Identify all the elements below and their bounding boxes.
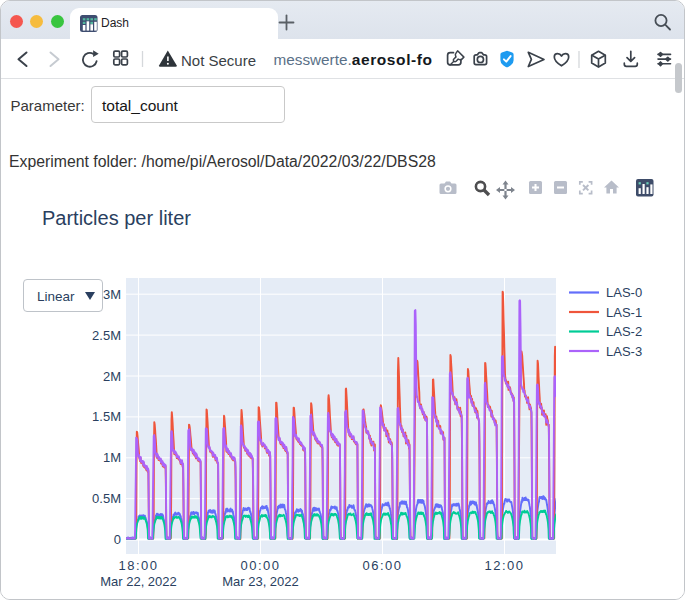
svg-text:LAS-2: LAS-2	[606, 324, 642, 339]
svg-text:18:00: 18:00	[118, 558, 158, 573]
svg-text:1.5M: 1.5M	[92, 409, 121, 424]
svg-text:LAS-3: LAS-3	[606, 344, 642, 359]
svg-text:Mar 22, 2022: Mar 22, 2022	[100, 574, 177, 589]
svg-text:12:00: 12:00	[484, 558, 524, 573]
svg-text:0: 0	[114, 532, 121, 547]
svg-text:LAS-0: LAS-0	[606, 285, 642, 300]
svg-text:3M: 3M	[103, 287, 121, 302]
svg-text:1M: 1M	[103, 450, 121, 465]
svg-text:00:00: 00:00	[240, 558, 280, 573]
svg-text:2M: 2M	[103, 369, 121, 384]
svg-text:06:00: 06:00	[362, 558, 402, 573]
svg-text:Mar 23, 2022: Mar 23, 2022	[222, 574, 299, 589]
svg-text:2.5M: 2.5M	[92, 328, 121, 343]
svg-text:0.5M: 0.5M	[92, 491, 121, 506]
svg-text:LAS-1: LAS-1	[606, 305, 642, 320]
